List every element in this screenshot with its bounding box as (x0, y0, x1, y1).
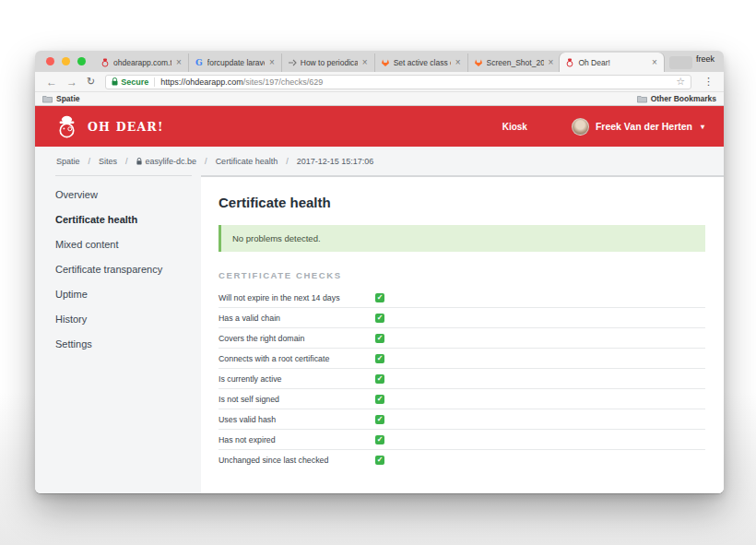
browser-window: ohdearapp.com.test/d × G forcupdate lara… (35, 51, 724, 493)
sidebar-item-mixed-content[interactable]: Mixed content (55, 231, 192, 256)
breadcrumb-separator: / (205, 157, 207, 166)
check-row: Unchanged since last checked ✓ (219, 450, 705, 469)
certificate-checks-list: Will not expire in the next 14 days ✓ Ha… (219, 288, 705, 469)
close-tab-icon[interactable]: × (175, 58, 183, 67)
sidebar-item-uptime[interactable]: Uptime (55, 281, 192, 306)
certificate-checks-heading: CERTIFICATE CHECKS (219, 270, 705, 280)
breadcrumb-certificate-health[interactable]: Certificate health (216, 157, 278, 166)
other-bookmarks[interactable]: Other Bookmarks (637, 94, 716, 103)
kiosk-link[interactable]: Kiosk (502, 122, 527, 132)
lock-icon (136, 158, 142, 165)
check-label: Has a valid chain (219, 314, 375, 323)
page-content: Overview Certificate health Mixed conten… (35, 175, 724, 493)
reload-icon[interactable]: ↻ (82, 77, 100, 87)
close-tab-icon[interactable]: × (455, 58, 462, 67)
sidebar-item-overview[interactable]: Overview (55, 182, 192, 207)
ohdear-favicon (565, 58, 574, 67)
close-tab-icon[interactable]: × (361, 58, 369, 67)
close-tab-icon[interactable]: × (268, 58, 276, 67)
breadcrumb-separator: / (286, 157, 289, 166)
check-passed-icon: ✓ (375, 334, 384, 343)
security-chip[interactable]: Secure (112, 77, 148, 87)
check-label: Will not expire in the next 14 days (219, 293, 375, 302)
ohdear-logo[interactable]: OH DEAR! (54, 114, 164, 139)
url-host: https://ohdearapp.com (160, 77, 243, 87)
forward-icon[interactable]: → (62, 77, 82, 88)
check-label: Unchanged since last checked (219, 456, 375, 465)
gitlab-favicon (381, 58, 390, 67)
browser-toolbar: ← → ↻ Secure https://ohdearapp.com /site… (35, 72, 724, 92)
check-label: Covers the right domain (219, 334, 375, 343)
main-panel: Certificate health No problems detected.… (201, 175, 724, 493)
tab-title: Set active class on ru (394, 58, 451, 67)
bookmark-star-icon[interactable]: ☆ (676, 76, 685, 88)
security-label: Secure (121, 77, 148, 87)
breadcrumb-timestamp[interactable]: 2017-12-15 15:17:06 (297, 157, 374, 166)
gitlab-favicon (474, 58, 483, 67)
tab-screenshot[interactable]: Screen_Shot_2017-12 × (467, 53, 561, 72)
sidebar: Overview Certificate health Mixed conten… (35, 175, 201, 493)
check-passed-icon: ✓ (375, 374, 384, 384)
back-icon[interactable]: ← (41, 77, 62, 88)
browser-menu-icon[interactable]: ⋮ (697, 76, 717, 88)
tab-title: How to periodically p (301, 58, 358, 67)
sidebar-item-history[interactable]: History (55, 306, 192, 331)
sidebar-item-certificate-transparency[interactable]: Certificate transparency (55, 256, 192, 281)
url-path: /sites/197/checks/629 (243, 77, 324, 87)
success-alert: No problems detected. (219, 225, 705, 252)
tab-ohdearapp-test[interactable]: ohdearapp.com.test/d × (95, 53, 188, 72)
bookmark-label: Spatie (56, 94, 80, 103)
check-passed-icon: ✓ (375, 395, 384, 404)
tab-title: Screen_Shot_2017-12 (487, 58, 544, 67)
check-label: Is not self signed (219, 395, 375, 404)
user-name: Freek Van der Herten (596, 121, 692, 132)
tab-forcupdate-laravel[interactable]: G forcupdate laravel fon × (188, 53, 281, 72)
user-menu[interactable]: Freek Van der Herten ▾ (572, 118, 704, 136)
bookmark-label: Other Bookmarks (651, 94, 716, 103)
close-tab-icon[interactable]: × (651, 58, 658, 67)
address-bar[interactable]: Secure https://ohdearapp.com /sites/197/… (105, 75, 691, 89)
check-row: Has a valid chain ✓ (219, 308, 705, 328)
browser-profile-name[interactable]: freek (696, 51, 724, 64)
ohdear-favicon (100, 58, 110, 67)
check-label: Has not expired (219, 435, 375, 444)
tab-set-active-class[interactable]: Set active class on ru × (374, 53, 467, 72)
new-tab-button[interactable] (669, 56, 692, 69)
check-row: Is not self signed ✓ (219, 389, 705, 409)
avatar (572, 118, 589, 136)
tab-strip: ohdearapp.com.test/d × G forcupdate lara… (35, 51, 724, 72)
check-label: Is currently active (219, 374, 375, 384)
breadcrumb-sites[interactable]: Sites (99, 157, 117, 166)
check-row: Covers the right domain ✓ (219, 328, 705, 349)
check-row: Will not expire in the next 14 days ✓ (219, 288, 705, 308)
window-controls (35, 51, 95, 72)
close-window-button[interactable] (46, 57, 54, 65)
ohdear-mascot-icon (54, 114, 79, 139)
sidebar-item-certificate-health[interactable]: Certificate health (55, 207, 192, 231)
breadcrumb-spatie[interactable]: Spatie (56, 157, 80, 166)
bookmark-folder-spatie[interactable]: Spatie (42, 94, 80, 103)
breadcrumb-separator: / (125, 157, 128, 166)
check-passed-icon: ✓ (375, 293, 384, 302)
tab-how-to-periodically[interactable]: How to periodically p × (281, 53, 374, 72)
check-label: Uses valid hash (219, 415, 375, 424)
lock-icon (112, 77, 118, 86)
bookmarks-bar: Spatie Other Bookmarks (35, 92, 724, 106)
breadcrumb-site[interactable]: easylife-dc.be (136, 157, 197, 166)
sidebar-nav: Overview Certificate health Mixed conten… (55, 175, 192, 356)
folder-icon (637, 95, 647, 103)
check-row: Has not expired ✓ (219, 430, 705, 450)
breadcrumb: Spatie / Sites / easylife-dc.be / Certif… (35, 147, 724, 175)
tab-title: Oh Dear! (578, 58, 647, 67)
zoom-window-button[interactable] (77, 57, 86, 65)
close-tab-icon[interactable]: × (548, 58, 555, 67)
page-title: Certificate health (219, 195, 705, 210)
tab-oh-dear-active[interactable]: Oh Dear! × (560, 53, 663, 72)
check-row: Connects with a root certificate ✓ (219, 349, 705, 369)
check-passed-icon: ✓ (375, 354, 384, 363)
minimize-window-button[interactable] (62, 57, 70, 65)
check-passed-icon: ✓ (375, 314, 384, 323)
sidebar-item-settings[interactable]: Settings (55, 331, 192, 356)
generic-favicon (288, 58, 297, 67)
google-favicon: G (195, 58, 204, 67)
